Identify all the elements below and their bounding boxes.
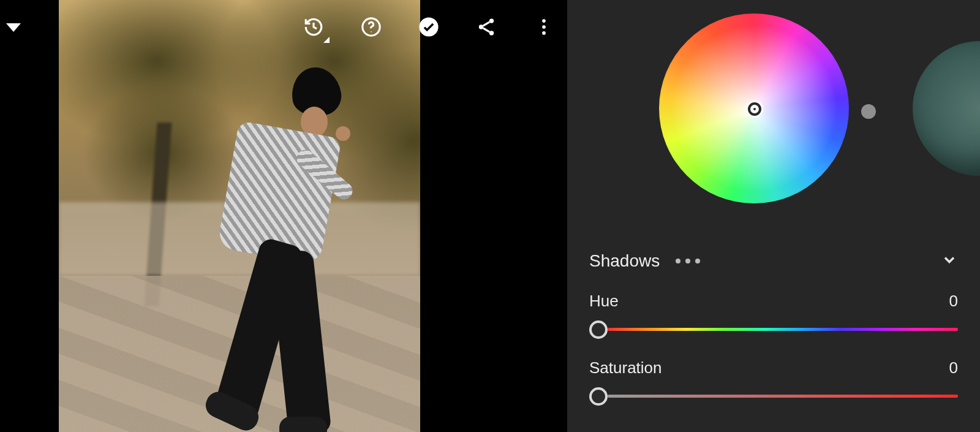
color-grading-panel: Shadows Hue 0 Saturation (567, 0, 980, 432)
hue-label: Hue (589, 292, 619, 311)
svg-point-5 (489, 31, 494, 35)
photo-preview[interactable] (59, 0, 420, 432)
photo-subject (200, 67, 341, 432)
hue-control: Hue 0 (589, 292, 958, 336)
more-vertical-icon (533, 17, 554, 37)
saturation-control: Saturation 0 (589, 358, 958, 403)
help-button[interactable] (359, 15, 383, 39)
color-wheel-area (567, 13, 980, 240)
saturation-value[interactable]: 0 (949, 358, 958, 377)
check-circle-icon (418, 17, 439, 37)
dropdown-caret-icon[interactable] (6, 23, 21, 32)
saturation-track (608, 395, 958, 398)
ellipsis-icon[interactable] (676, 259, 700, 263)
app-root: Shadows Hue 0 Saturation (0, 0, 980, 432)
history-button[interactable] (301, 15, 326, 39)
share-button[interactable] (474, 15, 499, 39)
saturation-slider[interactable] (589, 388, 958, 403)
svg-point-4 (479, 25, 483, 29)
svg-line-6 (483, 22, 489, 26)
secondary-color-wheel[interactable] (913, 41, 980, 176)
svg-point-8 (542, 19, 546, 23)
svg-point-3 (489, 18, 494, 23)
triangle-indicator-icon (323, 37, 330, 43)
preview-area (59, 0, 567, 432)
help-icon (361, 17, 382, 37)
svg-point-9 (542, 25, 546, 29)
left-strip (0, 0, 59, 432)
confirm-button[interactable] (417, 15, 441, 39)
svg-point-10 (542, 31, 546, 35)
shadows-section: Shadows Hue 0 Saturation (567, 251, 980, 403)
color-wheel-handle[interactable] (861, 104, 876, 119)
hue-thumb[interactable] (589, 320, 608, 339)
hue-track (608, 328, 958, 331)
more-button[interactable] (532, 15, 556, 39)
top-action-bar (301, 15, 556, 39)
collapse-button[interactable] (941, 251, 958, 271)
history-icon (303, 17, 324, 37)
section-header[interactable]: Shadows (589, 251, 958, 271)
hue-slider[interactable] (589, 322, 958, 336)
section-title: Shadows (589, 251, 660, 271)
saturation-label: Saturation (589, 358, 662, 377)
hue-value[interactable]: 0 (949, 292, 958, 311)
svg-line-7 (483, 28, 489, 32)
saturation-thumb[interactable] (589, 387, 608, 406)
svg-point-1 (371, 31, 372, 32)
share-icon (476, 17, 497, 37)
color-wheel-center-marker[interactable] (748, 102, 761, 116)
chevron-down-icon (941, 251, 958, 268)
